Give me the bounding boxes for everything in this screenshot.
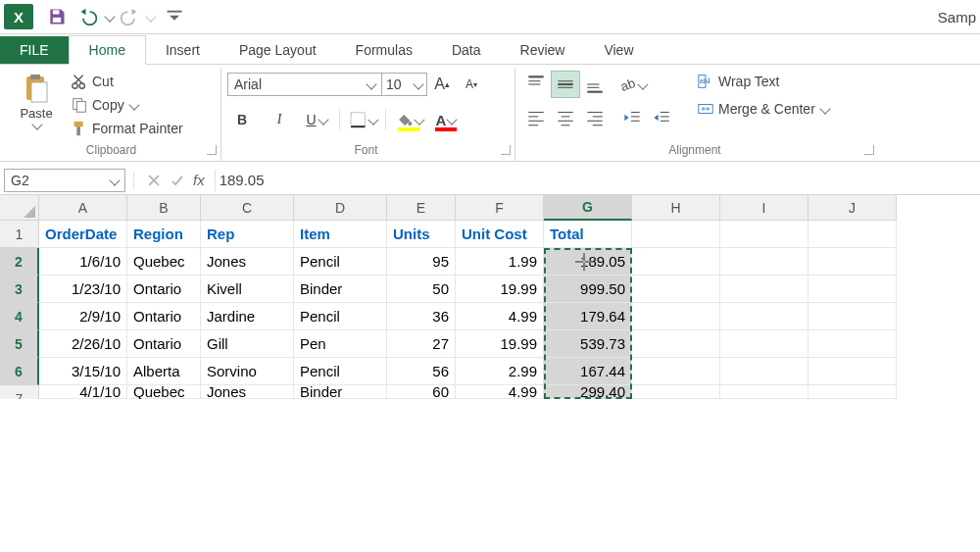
cell[interactable]: Gill: [201, 330, 294, 358]
cell[interactable]: 4.99: [456, 385, 544, 399]
cell[interactable]: Jardine: [201, 303, 294, 330]
cell[interactable]: Pencil: [294, 358, 387, 385]
cell[interactable]: Item: [294, 221, 387, 248]
cell[interactable]: [720, 248, 808, 276]
cancel-formula-button[interactable]: [142, 169, 166, 192]
qat-redo[interactable]: [116, 3, 143, 30]
cell[interactable]: [632, 303, 720, 330]
col-header-H[interactable]: H: [632, 195, 720, 221]
row-header-2[interactable]: 2: [0, 248, 39, 276]
tab-view[interactable]: View: [584, 36, 653, 64]
qat-undo[interactable]: [74, 3, 102, 30]
cell[interactable]: 95: [387, 248, 456, 276]
enter-formula-button[interactable]: [166, 169, 189, 192]
cell[interactable]: [808, 303, 897, 330]
cell[interactable]: 189.05: [544, 248, 632, 276]
merge-center-button[interactable]: Merge & Center: [693, 98, 833, 120]
cell[interactable]: Rep: [201, 221, 294, 248]
cell[interactable]: [632, 358, 720, 385]
cell[interactable]: [720, 221, 808, 248]
tab-home[interactable]: Home: [69, 35, 146, 65]
alignment-launcher[interactable]: [864, 145, 874, 155]
cell[interactable]: 2/9/10: [39, 303, 127, 330]
cell[interactable]: 179.64: [544, 303, 632, 330]
qat-customize[interactable]: [161, 3, 188, 30]
col-header-J[interactable]: J: [808, 195, 897, 221]
cell[interactable]: [720, 303, 808, 330]
cell[interactable]: [632, 221, 720, 248]
copy-dropdown[interactable]: [128, 99, 139, 110]
cell[interactable]: [632, 248, 720, 276]
cell[interactable]: [808, 385, 897, 399]
cell[interactable]: 2/26/10: [39, 330, 127, 358]
col-header-D[interactable]: D: [294, 195, 387, 221]
font-name-dropdown[interactable]: [366, 78, 376, 89]
font-color-button[interactable]: A: [431, 106, 461, 133]
select-all-corner[interactable]: [0, 195, 39, 221]
cell[interactable]: [720, 385, 808, 399]
font-name-selector[interactable]: Arial: [227, 73, 382, 96]
underline-button[interactable]: U: [302, 106, 331, 133]
row-header-5[interactable]: 5: [0, 330, 39, 358]
row-header-6[interactable]: 6: [0, 358, 39, 385]
cell[interactable]: Quebec: [127, 248, 201, 276]
cell[interactable]: Total: [544, 221, 632, 248]
align-bottom-button[interactable]: [580, 71, 610, 98]
bold-button[interactable]: B: [227, 106, 257, 133]
increase-indent-button[interactable]: [647, 104, 676, 131]
align-center-button[interactable]: [551, 104, 580, 131]
cell[interactable]: 60: [387, 385, 456, 399]
font-launcher[interactable]: [501, 145, 511, 155]
col-header-B[interactable]: B: [127, 195, 201, 221]
cell[interactable]: 3/15/10: [39, 358, 127, 385]
cell[interactable]: 4/1/10: [39, 385, 127, 399]
worksheet-grid[interactable]: A B C D E F G H I J 1 OrderDate Region R…: [0, 195, 980, 399]
cell[interactable]: [720, 330, 808, 358]
cell[interactable]: 36: [387, 303, 456, 330]
tab-data[interactable]: Data: [432, 36, 501, 64]
decrease-font-button[interactable]: A▾: [457, 71, 486, 98]
row-header-3[interactable]: 3: [0, 276, 39, 303]
cell[interactable]: 50: [387, 276, 456, 303]
cell[interactable]: [808, 248, 897, 276]
font-size-selector[interactable]: 10: [382, 73, 427, 96]
wrap-text-button[interactable]: ab Wrap Text: [693, 71, 833, 92]
fx-label[interactable]: fx: [193, 172, 205, 188]
cell[interactable]: 2.99: [456, 358, 544, 385]
cell[interactable]: 299.40: [544, 385, 632, 399]
cell[interactable]: [808, 221, 897, 248]
cell[interactable]: [808, 330, 897, 358]
col-header-I[interactable]: I: [720, 195, 808, 221]
name-box-dropdown[interactable]: [109, 175, 120, 185]
cell[interactable]: Alberta: [127, 358, 201, 385]
cell[interactable]: OrderDate: [39, 221, 127, 248]
col-header-G[interactable]: G: [544, 195, 632, 221]
cell[interactable]: 27: [387, 330, 456, 358]
cell[interactable]: Binder: [294, 276, 387, 303]
cut-button[interactable]: Cut: [67, 71, 187, 92]
cell[interactable]: Jones: [201, 248, 294, 276]
cell[interactable]: Units: [387, 221, 456, 248]
row-header-1[interactable]: 1: [0, 221, 39, 248]
cell[interactable]: [808, 358, 897, 385]
clipboard-launcher[interactable]: [207, 145, 217, 155]
font-size-dropdown[interactable]: [413, 78, 423, 89]
cell[interactable]: Pencil: [294, 248, 387, 276]
cell[interactable]: 167.44: [544, 358, 632, 385]
cell[interactable]: [720, 276, 808, 303]
row-header-7[interactable]: 7: [0, 385, 39, 399]
row-header-4[interactable]: 4: [0, 303, 39, 330]
redo-dropdown[interactable]: [145, 11, 156, 22]
cell[interactable]: Jones: [201, 385, 294, 399]
qat-save[interactable]: [43, 3, 71, 30]
tab-insert[interactable]: Insert: [146, 36, 220, 64]
cell[interactable]: Unit Cost: [456, 221, 544, 248]
tab-page-layout[interactable]: Page Layout: [220, 36, 336, 64]
paste-dropdown[interactable]: [31, 119, 42, 129]
cell[interactable]: [632, 385, 720, 399]
col-header-E[interactable]: E: [387, 195, 456, 221]
borders-button[interactable]: [348, 106, 377, 133]
align-right-button[interactable]: [580, 104, 610, 131]
fill-color-button[interactable]: [394, 106, 423, 133]
cell[interactable]: 56: [387, 358, 456, 385]
